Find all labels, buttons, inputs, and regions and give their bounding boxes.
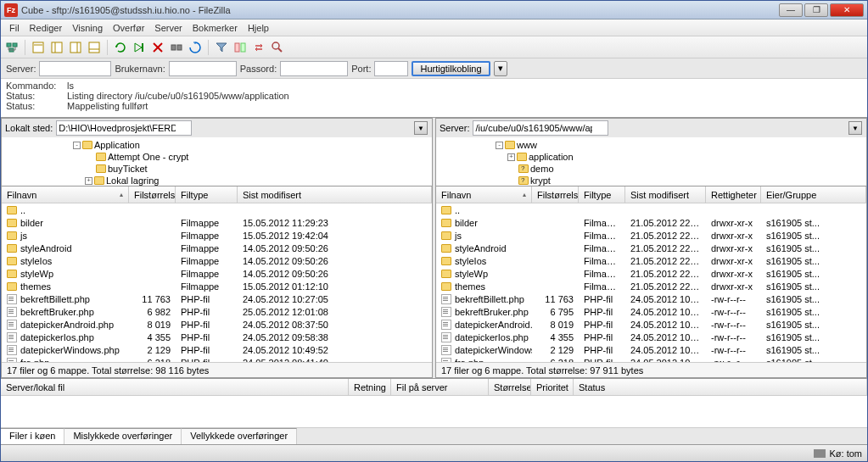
- tree-item[interactable]: - Application: [2, 139, 432, 151]
- tree-item[interactable]: buyTicket: [2, 163, 432, 175]
- queue-body[interactable]: [1, 396, 867, 427]
- sync-browse-icon[interactable]: [251, 40, 266, 55]
- queue-tab[interactable]: Vellykkede overføringer: [182, 428, 297, 444]
- menu-rediger[interactable]: Rediger: [25, 21, 68, 35]
- remote-tree[interactable]: - www+ application demo krypt: [436, 137, 866, 186]
- sitemanager-icon[interactable]: [4, 40, 20, 55]
- toggle-remote-tree-icon[interactable]: [68, 40, 83, 55]
- col-modified[interactable]: Sist modifisert: [625, 186, 706, 203]
- file-icon: [7, 294, 17, 304]
- list-item[interactable]: fra.php6 218PHP-fil24.05.2012 08:41:40: [2, 356, 432, 362]
- list-item[interactable]: datepickerAndroid.php8 019PHP-fil24.05.2…: [2, 318, 432, 331]
- list-item[interactable]: fra.php6 218PHP-fil24.05.2012 10:4...-rw…: [436, 356, 866, 362]
- local-path-input[interactable]: [56, 120, 192, 136]
- list-item[interactable]: datepickerAndroid.p...8 019PHP-fil24.05.…: [436, 318, 866, 331]
- col-size[interactable]: Filstørrelse: [532, 186, 579, 203]
- list-item[interactable]: bekreftBruker.php6 795PHP-fil24.05.2012 …: [436, 305, 866, 318]
- list-item[interactable]: datepickerIos.php4 355PHP-fil24.05.2012 …: [436, 331, 866, 343]
- remote-path-input[interactable]: [473, 120, 608, 136]
- toggle-tree-icon[interactable]: [49, 40, 64, 55]
- list-item[interactable]: jsFilmappe21.05.2012 22:5...drwxr-xr-xs1…: [436, 229, 866, 242]
- menu-server[interactable]: Server: [149, 21, 187, 35]
- menu-fil[interactable]: Fil: [4, 21, 25, 35]
- dropdown-icon[interactable]: ▼: [414, 121, 428, 135]
- log-pane[interactable]: Kommando:lsStatus:Listing directory /iu/…: [1, 79, 867, 118]
- reconnect-icon[interactable]: [188, 40, 203, 55]
- col-direction[interactable]: Retning: [349, 379, 391, 395]
- tree-expander-icon[interactable]: -: [73, 142, 81, 149]
- list-item[interactable]: jsFilmappe15.05.2012 19:42:04: [2, 229, 432, 242]
- tree-expander-icon[interactable]: +: [85, 177, 92, 185]
- list-item[interactable]: datepickerWindows.php2 129PHP-fil24.05.2…: [2, 343, 432, 356]
- toggle-log-icon[interactable]: [31, 40, 46, 55]
- menu-visning[interactable]: Visning: [67, 21, 108, 35]
- col-remote-file[interactable]: Fil på server: [391, 379, 489, 395]
- col-name[interactable]: Filnavn▴: [2, 186, 129, 203]
- col-owner[interactable]: Eier/Gruppe: [761, 186, 866, 203]
- tree-expander-icon[interactable]: +: [507, 153, 515, 161]
- tree-item[interactable]: - www: [436, 139, 866, 151]
- port-input[interactable]: [374, 61, 408, 76]
- menu-overfør[interactable]: Overfør: [108, 21, 149, 35]
- tree-item[interactable]: Attempt One - crypt: [2, 151, 432, 163]
- list-item[interactable]: bekreftBillett.php11 763PHP-fil24.05.201…: [436, 292, 866, 305]
- list-item[interactable]: bilderFilmappe15.05.2012 11:29:23: [2, 216, 432, 229]
- list-item[interactable]: styleAndroidFilmappe21.05.2012 22:5...dr…: [436, 242, 866, 254]
- tree-expander-icon[interactable]: -: [496, 142, 503, 149]
- server-input[interactable]: [39, 61, 111, 76]
- process-queue-icon[interactable]: [132, 40, 147, 55]
- maximize-button[interactable]: ❐: [804, 3, 828, 17]
- username-input[interactable]: [169, 61, 237, 76]
- queue-tab[interactable]: Mislykkede overføringer: [64, 428, 182, 444]
- tree-item[interactable]: demo: [436, 163, 866, 175]
- col-size[interactable]: Filstørrelse: [129, 186, 176, 203]
- list-item[interactable]: styleIosFilmappe14.05.2012 09:50:26: [2, 254, 432, 267]
- queue-tab[interactable]: Filer i køen: [1, 428, 64, 444]
- compare-icon[interactable]: [232, 40, 248, 55]
- remote-path-combo[interactable]: ▼: [473, 120, 863, 136]
- col-perms[interactable]: Rettigheter: [706, 186, 761, 203]
- minimize-button[interactable]: —: [779, 3, 803, 17]
- list-item[interactable]: datepickerWindows....2 129PHP-fil24.05.2…: [436, 343, 866, 356]
- list-item[interactable]: bekreftBruker.php6 982PHP-fil25.05.2012 …: [2, 305, 432, 318]
- list-item[interactable]: styleWpFilmappe14.05.2012 09:50:26: [2, 267, 432, 280]
- col-priority[interactable]: Prioritet: [531, 379, 574, 395]
- local-tree[interactable]: - Application Attempt One - crypt buyTic…: [2, 137, 432, 186]
- col-queue-status[interactable]: Status: [574, 379, 867, 395]
- list-item[interactable]: bekreftBillett.php11 763PHP-fil24.05.201…: [2, 292, 432, 305]
- list-item[interactable]: styleAndroidFilmappe14.05.2012 09:50:26: [2, 242, 432, 254]
- password-input[interactable]: [280, 61, 348, 76]
- search-icon[interactable]: [270, 40, 285, 55]
- list-item[interactable]: themesFilmappe21.05.2012 22:5...drwxr-xr…: [436, 280, 866, 292]
- col-queue-size[interactable]: Størrelse: [489, 379, 531, 395]
- quickconnect-button[interactable]: Hurtigtilkobling: [412, 61, 490, 76]
- list-item[interactable]: styleWpFilmappe21.05.2012 22:5...drwxr-x…: [436, 267, 866, 280]
- menu-bokmerker[interactable]: Bokmerker: [188, 21, 243, 35]
- toggle-queue-icon[interactable]: [87, 40, 102, 55]
- remote-file-list[interactable]: ..bilderFilmappe21.05.2012 22:5...drwxr-…: [436, 203, 866, 362]
- list-item[interactable]: styleIosFilmappe21.05.2012 22:5...drwxr-…: [436, 254, 866, 267]
- col-name[interactable]: Filnavn▴: [436, 186, 532, 203]
- col-type[interactable]: Filtype: [579, 186, 625, 203]
- list-item[interactable]: ..: [2, 203, 432, 216]
- list-item[interactable]: themesFilmappe15.05.2012 01:12:10: [2, 280, 432, 292]
- col-type[interactable]: Filtype: [176, 186, 238, 203]
- col-local-file[interactable]: Server/lokal fil: [1, 379, 349, 395]
- close-button[interactable]: ✕: [830, 3, 864, 17]
- quickconnect-menu-button[interactable]: ▾: [494, 61, 507, 76]
- disconnect-icon[interactable]: [169, 40, 184, 55]
- refresh-icon[interactable]: [113, 40, 128, 55]
- dropdown-icon[interactable]: ▼: [848, 121, 862, 135]
- list-item[interactable]: datepickerIos.php4 355PHP-fil24.05.2012 …: [2, 331, 432, 343]
- menu-hjelp[interactable]: Hjelp: [243, 21, 274, 35]
- col-modified[interactable]: Sist modifisert: [238, 186, 432, 203]
- local-path-combo[interactable]: ▼: [56, 120, 428, 136]
- cancel-icon[interactable]: [150, 40, 165, 55]
- list-item[interactable]: ..: [436, 203, 866, 216]
- tree-item[interactable]: krypt: [436, 175, 866, 186]
- tree-item[interactable]: + Lokal lagring: [2, 175, 432, 186]
- local-file-list[interactable]: ..bilderFilmappe15.05.2012 11:29:23jsFil…: [2, 203, 432, 362]
- filter-icon[interactable]: [214, 40, 229, 55]
- list-item[interactable]: bilderFilmappe21.05.2012 22:5...drwxr-xr…: [436, 216, 866, 229]
- tree-item[interactable]: + application: [436, 151, 866, 163]
